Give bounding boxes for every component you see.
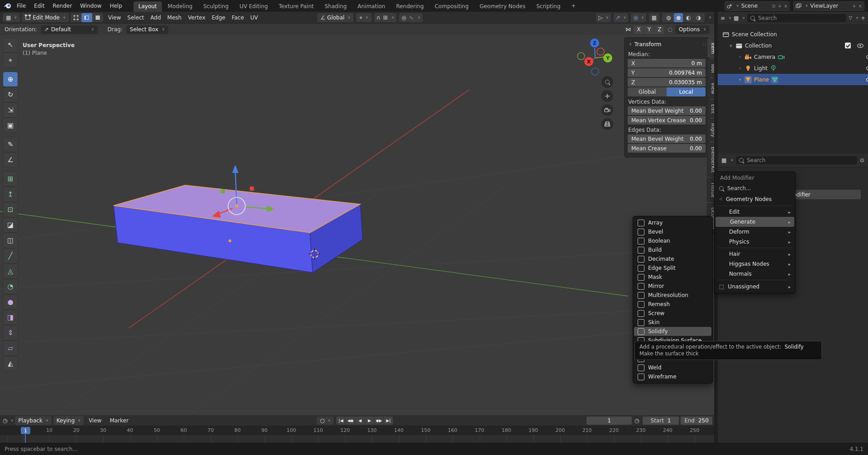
workspace-tab[interactable]: Sculpting <box>198 1 234 12</box>
outliner-row-camera[interactable]: › Camera <box>718 51 868 62</box>
transport-button[interactable]: ▶| <box>384 417 393 425</box>
shading-mode-button[interactable]: ◍ <box>664 13 673 22</box>
mirror-axis-toggle[interactable]: Y <box>644 25 654 34</box>
properties-editor-icon[interactable]: ▦ <box>721 158 726 163</box>
vertex-select-button[interactable] <box>71 13 81 22</box>
modifier-menu-item[interactable]: Skin <box>633 318 712 327</box>
value-field[interactable]: Mean Crease0.00 <box>628 144 706 153</box>
value-field[interactable]: Mean Bevel Weight0.00 <box>628 134 706 143</box>
new-scene-icon[interactable]: + <box>778 4 782 9</box>
modifier-menu-item[interactable]: Build <box>633 245 712 254</box>
menu-category[interactable]: Normals▸ <box>715 269 795 279</box>
tool-button[interactable]: ⇲ <box>3 103 18 117</box>
menu-item[interactable]: Mesh <box>164 14 185 22</box>
close-icon[interactable]: × <box>858 4 862 9</box>
sidebar-tab[interactable]: Edit <box>707 101 714 117</box>
viewlayer-selector[interactable]: ∨ ViewLayer + × <box>793 1 864 11</box>
filter-icon[interactable]: ▽ <box>849 16 852 20</box>
sidebar-tab[interactable]: Rigify <box>707 120 714 141</box>
plane-mesh[interactable] <box>114 185 362 273</box>
modifier-menu-item[interactable]: Decimate <box>633 254 712 263</box>
transport-button[interactable]: ▶ <box>365 417 374 425</box>
menu-item-search[interactable]: Search... <box>715 183 795 194</box>
selected-vertex[interactable] <box>229 239 231 242</box>
transport-button[interactable]: ◀◆ <box>346 417 355 425</box>
snap-magnet-icon[interactable]: ∩ <box>377 15 381 20</box>
snap-individual-icon[interactable]: ◌ <box>668 27 672 32</box>
modifier-menu-item[interactable]: Remesh <box>633 300 712 309</box>
tool-button[interactable]: ◫ <box>3 233 18 248</box>
transport-button[interactable]: |◀ <box>336 417 346 425</box>
menu-category-unassigned[interactable]: ⬚ Unassigned ▸ <box>715 281 795 292</box>
tool-button[interactable]: ● <box>3 295 18 309</box>
outliner-display-mode-icon[interactable]: ≡ <box>720 15 725 21</box>
expand-icon[interactable]: › <box>738 66 742 71</box>
perspective-toggle-button[interactable] <box>601 118 613 130</box>
tool-button[interactable]: ▣ <box>3 118 18 133</box>
object-visibility-dropdown[interactable]: ▷ ∨ <box>596 13 610 22</box>
outliner-search-input[interactable] <box>757 14 843 22</box>
sidebar-tab[interactable]: Item <box>707 39 714 57</box>
menu-item[interactable]: Edit <box>30 2 48 10</box>
modifier-menu-item[interactable]: Array <box>633 218 712 227</box>
pivot-point-dropdown[interactable]: ⌖ ∨ <box>356 13 372 22</box>
workspace-tab[interactable]: Shading <box>320 1 352 12</box>
value-field[interactable]: Mean Vertex Crease0.00 <box>628 116 706 125</box>
menu-item[interactable]: Face <box>229 14 247 22</box>
sidebar-tab[interactable]: Tissue <box>707 178 714 201</box>
menu-item[interactable]: Vertex <box>185 14 209 22</box>
workspace-tab[interactable]: Compositing <box>429 1 473 12</box>
playback-menu[interactable]: Playback∨ <box>15 416 51 425</box>
outliner-row-collection[interactable]: ∨ Collection <box>718 40 868 51</box>
drag-dropdown[interactable]: Select Box ∨ <box>126 25 168 34</box>
edge-select-button[interactable] <box>81 13 92 22</box>
properties-search-input[interactable] <box>746 157 854 164</box>
outliner-row-scene-collection[interactable]: Scene Collection <box>718 29 868 40</box>
axis-neg-y-ball[interactable] <box>597 48 604 55</box>
menu-category[interactable]: Generate▸ <box>715 217 794 227</box>
modifier-menu-item[interactable]: Screw <box>633 309 712 318</box>
new-collection-icon[interactable]: + <box>861 15 865 21</box>
proportional-edit-icon[interactable]: ◎ <box>401 15 406 20</box>
value-field[interactable]: Z0.030035 m <box>628 78 706 86</box>
mirror-axis-toggle[interactable]: Z <box>654 25 665 34</box>
workspace-tab[interactable]: Geometry Nodes <box>475 1 530 12</box>
mode-dropdown[interactable]: Edit Mode ∨ <box>22 13 69 22</box>
menu-item[interactable]: Add <box>147 14 164 22</box>
hide-eye-icon[interactable] <box>866 53 868 61</box>
shading-mode-button[interactable]: ● <box>674 13 683 22</box>
view-menu[interactable]: View <box>86 417 105 425</box>
outliner-filter-mode-icon[interactable]: ▦ <box>734 15 739 21</box>
modifier-menu-item[interactable]: Weld <box>633 363 712 372</box>
menu-item[interactable]: Select <box>124 14 147 22</box>
hide-eye-icon[interactable] <box>866 76 868 83</box>
modifier-menu-item[interactable]: Solidify <box>634 327 711 336</box>
modifier-menu-item[interactable]: Mirror <box>633 282 712 291</box>
shading-mode-button[interactable]: ◐ <box>684 13 693 22</box>
auto-keying-button[interactable]: ○ ∨ <box>317 417 334 425</box>
tool-button[interactable]: ◬ <box>3 264 18 278</box>
menu-item[interactable]: Edge <box>209 14 229 22</box>
show-gizmos-dropdown[interactable]: ↗ ∨ <box>614 13 629 22</box>
editor-type-button[interactable]: ▦ ∨ <box>3 13 20 22</box>
marker-menu[interactable]: Marker <box>106 417 131 425</box>
pan-button[interactable]: ✛ <box>601 90 613 102</box>
workspace-tab[interactable]: Layout <box>134 1 162 12</box>
face-select-button[interactable] <box>92 13 103 22</box>
tool-button[interactable]: ◔ <box>3 279 18 294</box>
tool-button[interactable]: ⊞ <box>3 172 18 186</box>
menu-category[interactable]: Edit▸ <box>715 207 795 217</box>
tool-button[interactable]: ↥ <box>3 187 18 201</box>
tool-button[interactable]: ✎ <box>3 137 18 152</box>
current-frame-field[interactable]: 1 <box>587 417 632 425</box>
menu-category[interactable]: Deform▸ <box>715 227 795 237</box>
menu-category[interactable]: Physics▸ <box>715 237 795 247</box>
keying-menu[interactable]: Keying∨ <box>53 416 84 425</box>
menu-item-geometry-nodes[interactable]: ⁖ Geometry Nodes <box>715 194 795 205</box>
menu-item[interactable]: File <box>13 2 30 10</box>
start-frame-field[interactable]: Start1 <box>643 417 679 425</box>
tool-button[interactable]: ⌖ <box>3 53 18 67</box>
modifier-menu-item[interactable]: Mask <box>633 273 712 282</box>
tool-button[interactable]: ◪ <box>3 218 18 232</box>
axis-neg-x-ball[interactable] <box>577 53 585 60</box>
